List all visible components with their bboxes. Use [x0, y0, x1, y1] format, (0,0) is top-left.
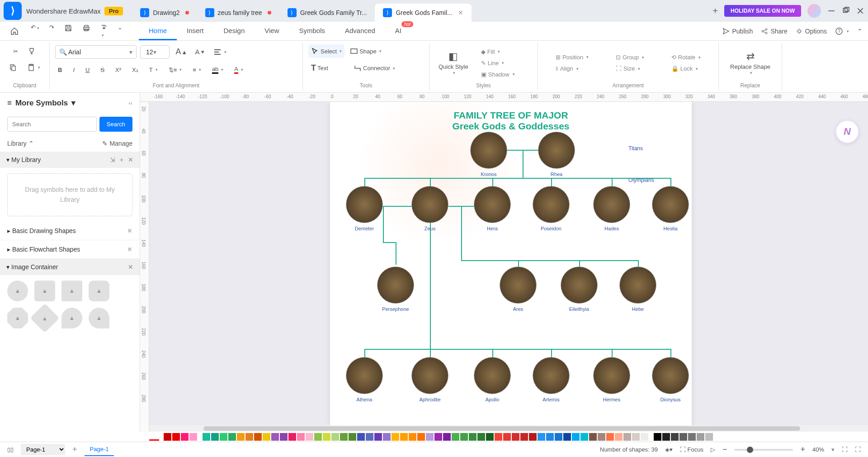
color-swatch[interactable] — [220, 433, 227, 441]
sidebar-section-imagecontainer[interactable]: ▾ Image Container✕ — [0, 259, 140, 275]
close-section-icon[interactable]: ✕ — [128, 263, 133, 271]
replace-shape-button[interactable]: ⇄Replace Shape — [726, 48, 774, 78]
shape-square[interactable]: ▲ — [34, 281, 55, 301]
close-tab-icon[interactable]: ✕ — [458, 9, 463, 16]
color-swatch[interactable] — [203, 433, 210, 441]
color-swatch[interactable] — [357, 433, 365, 441]
qat-more-button[interactable]: ⌄ — [115, 22, 125, 40]
position-button[interactable]: ⊞ Position — [553, 52, 591, 62]
quick-style-button[interactable]: ◧Quick Style — [435, 48, 472, 78]
color-swatch[interactable] — [306, 433, 313, 441]
align-button[interactable] — [211, 46, 229, 58]
color-swatch[interactable] — [426, 433, 434, 441]
tree-node[interactable]: Hades — [593, 186, 630, 231]
tree-node[interactable]: Zeus — [411, 186, 448, 231]
menu-ai[interactable]: AIhot — [385, 22, 411, 40]
close-icon[interactable] — [856, 7, 864, 15]
add-page-button[interactable]: + — [72, 445, 77, 454]
scrollbar-thumb[interactable] — [203, 426, 800, 431]
color-swatch[interactable] — [331, 433, 339, 441]
sidebar-section-mylibrary[interactable]: ▾ My Library⇲+✕ — [0, 152, 140, 168]
menu-advanced[interactable]: Advanced — [335, 22, 385, 40]
tree-node[interactable]: Kronos — [470, 132, 507, 177]
focus-toggle[interactable]: ⛶ Focus — [680, 446, 703, 453]
page-select[interactable]: Page-1 — [21, 444, 65, 455]
color-swatch[interactable] — [340, 433, 348, 441]
publish-button[interactable]: Publish — [722, 28, 753, 35]
tree-node[interactable]: Hermes — [593, 357, 630, 402]
library-toggle[interactable]: Library ⌃ — [7, 140, 34, 147]
color-swatch[interactable] — [323, 433, 330, 441]
zoom-slider[interactable] — [734, 449, 793, 451]
new-tab-button[interactable]: + — [706, 6, 724, 16]
fit-page-button[interactable]: ⛶ — [842, 446, 848, 453]
shape-rounded2[interactable]: ▲ — [89, 281, 109, 301]
connector-tool-button[interactable]: Connector — [351, 61, 398, 76]
undo-button[interactable]: ↶ — [28, 22, 42, 40]
close-section-icon[interactable]: ✕ — [128, 156, 133, 163]
shape-heart[interactable]: ▲ — [89, 308, 109, 328]
align-shapes-button[interactable]: ⫴ Align — [553, 64, 591, 74]
text-case-button[interactable]: T — [146, 64, 160, 76]
format-painter-button[interactable] — [25, 44, 39, 58]
sidebar-title[interactable]: ≡ More Symbols ▾ — [7, 98, 75, 108]
color-swatch[interactable] — [271, 433, 279, 441]
tree-node[interactable]: Hebe — [619, 267, 656, 312]
color-swatch[interactable] — [383, 433, 391, 441]
document-tab[interactable]: ⟩Greek Gods Famil...✕ — [375, 4, 471, 22]
color-swatch[interactable] — [314, 433, 322, 441]
font-family-select[interactable]: 🔍Arial▾ — [55, 45, 137, 59]
shape-tool-button[interactable]: Shape — [347, 44, 384, 58]
tree-node[interactable]: Aphrodite — [411, 357, 448, 402]
tree-node[interactable]: Athena — [346, 357, 383, 402]
color-swatch[interactable] — [662, 433, 670, 441]
size-button[interactable]: ⛶ Size — [613, 64, 647, 73]
bold-button[interactable]: B — [55, 64, 65, 76]
tree-node[interactable]: Poseidon — [533, 186, 570, 231]
shape-diamond[interactable]: ▲ — [30, 303, 59, 333]
add-icon[interactable]: + — [120, 156, 123, 163]
color-swatch[interactable] — [538, 433, 545, 441]
color-swatch[interactable] — [520, 433, 528, 441]
color-swatch[interactable] — [228, 433, 236, 441]
color-swatch[interactable] — [392, 433, 399, 441]
shape-circle[interactable]: ▲ — [7, 281, 28, 301]
tree-node[interactable]: Hestia — [652, 186, 689, 231]
color-swatch[interactable] — [563, 433, 571, 441]
document-tab[interactable]: ⟩zeus family tree — [197, 4, 279, 22]
color-swatch[interactable] — [671, 433, 679, 441]
drop-zone[interactable]: Drag symbols here to add to My Library — [7, 173, 132, 216]
color-swatch[interactable] — [469, 433, 476, 441]
lock-button[interactable]: 🔒 Lock — [669, 64, 703, 73]
tree-node[interactable]: Apollo — [474, 357, 511, 402]
save-button[interactable] — [61, 22, 75, 40]
color-swatch[interactable] — [254, 433, 262, 441]
color-swatch[interactable] — [460, 433, 468, 441]
panel-toggle-icon[interactable]: ▯▯ — [7, 446, 14, 453]
color-swatch[interactable] — [237, 433, 245, 441]
color-swatch[interactable] — [546, 433, 554, 441]
page-tab[interactable]: Page-1 — [85, 443, 114, 456]
text-tool-button[interactable]: TText — [308, 61, 348, 76]
highlight-button[interactable]: ab — [209, 63, 226, 76]
color-swatch[interactable] — [503, 433, 511, 441]
color-swatch[interactable] — [679, 433, 687, 441]
color-swatch[interactable] — [623, 433, 631, 441]
color-swatch[interactable] — [434, 433, 442, 441]
group-button[interactable]: ⊡ Group — [613, 52, 647, 62]
ai-assistant-button[interactable]: N — [835, 120, 859, 143]
shape-pin[interactable]: ▲ — [61, 308, 82, 328]
redo-button[interactable]: ↷ — [47, 22, 57, 40]
tree-node[interactable]: Rhea — [538, 132, 575, 177]
color-swatch[interactable] — [529, 433, 537, 441]
superscript-button[interactable]: X² — [113, 64, 124, 76]
color-swatch[interactable] — [705, 433, 713, 441]
color-swatch[interactable] — [452, 433, 459, 441]
export-button[interactable] — [98, 22, 110, 40]
color-swatch[interactable] — [555, 433, 562, 441]
tree-node[interactable]: Eileithyia — [561, 267, 598, 312]
maximize-icon[interactable] — [842, 7, 850, 15]
collapse-sidebar-button[interactable]: ‹‹ — [128, 100, 132, 106]
layers-icon[interactable]: ◈▾ — [665, 446, 673, 453]
copy-button[interactable] — [6, 61, 20, 74]
